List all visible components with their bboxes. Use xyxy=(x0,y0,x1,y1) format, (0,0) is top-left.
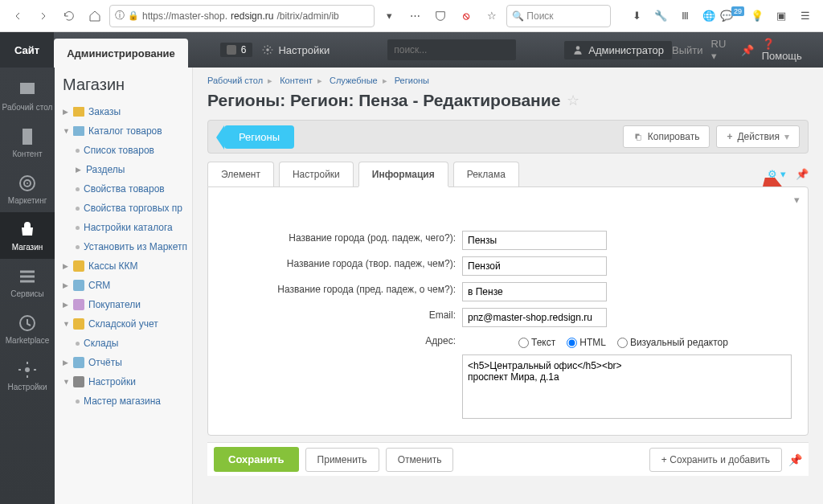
bookmark-star-icon[interactable]: ☆ xyxy=(481,5,503,27)
help-link[interactable]: ❓ Помощь xyxy=(762,38,813,62)
rail-shop[interactable]: Магазин xyxy=(0,212,55,259)
field-label: Email: xyxy=(224,305,462,330)
rail-label: Marketplace xyxy=(6,336,49,345)
city-genitive-input[interactable] xyxy=(462,231,607,250)
nav-fwd[interactable] xyxy=(32,5,55,27)
url-post: /bitrix/admin/ib xyxy=(276,10,338,22)
rail-settings[interactable]: Настройки xyxy=(0,352,55,399)
tree-item[interactable]: ▶Покупатели xyxy=(63,295,192,314)
page-title: Регионы: Регион: Пенза - Редактирование xyxy=(207,91,560,110)
plus-icon: + xyxy=(727,131,732,142)
breadcrumb: Рабочий стол▸ Контент▸ Служебные▸ Регион… xyxy=(193,68,823,91)
tree-item[interactable]: ▼Настройки xyxy=(63,372,192,391)
rail-marketplace[interactable]: Marketplace xyxy=(0,305,55,352)
nav-home[interactable] xyxy=(84,5,106,27)
tree-item[interactable]: Список товаров xyxy=(63,141,192,160)
rail-content[interactable]: Контент xyxy=(0,119,55,166)
rail-desktop[interactable]: Рабочий стол xyxy=(0,72,55,119)
tree-item[interactable]: ▶Отчёты xyxy=(63,353,192,372)
tree-item[interactable]: ▶Кассы ККМ xyxy=(63,256,192,276)
rail-label: Контент xyxy=(12,150,42,158)
download-icon[interactable]: ⬇ xyxy=(625,5,648,27)
tree-item[interactable]: Склады xyxy=(63,334,192,353)
save-button[interactable]: Сохранить xyxy=(214,447,299,472)
tree-item[interactable]: Настройки каталога xyxy=(63,218,192,237)
address-textarea[interactable]: <h5>Центральный офис</h5><br> проспект М… xyxy=(462,354,792,419)
pocket-icon[interactable] xyxy=(429,5,452,27)
save-add-label: Сохранить и добавить xyxy=(669,454,770,465)
field-label: Адрес: xyxy=(224,330,462,424)
cancel-button[interactable]: Отменить xyxy=(386,448,454,472)
tree-item[interactable]: ▼Каталог товаров xyxy=(63,121,192,141)
tree-item[interactable]: Свойства товаров xyxy=(63,179,192,199)
favorite-star-icon[interactable]: ☆ xyxy=(567,92,579,109)
tree-item[interactable]: Свойства торговых пр xyxy=(63,199,192,218)
rail-services[interactable]: Сервисы xyxy=(0,259,55,305)
admin-search[interactable] xyxy=(387,39,516,60)
admin-tab[interactable]: Администрирование xyxy=(54,39,188,68)
tree-item[interactable]: Установить из Маркетп xyxy=(63,237,192,256)
save-add-button[interactable]: + Сохранить и добавить xyxy=(649,448,782,472)
bulb-icon[interactable]: 💡 xyxy=(746,5,768,27)
form-panel: ▾ Название города (род. падеж, чего?): Н… xyxy=(207,186,809,436)
crumb[interactable]: Контент xyxy=(280,76,313,85)
rail-label: Маркетинг xyxy=(8,196,47,205)
tab-settings[interactable]: Настройки xyxy=(279,162,354,186)
tab-ad[interactable]: Реклама xyxy=(453,162,519,186)
devtools-icon[interactable]: 🔧 xyxy=(649,5,672,27)
tab-settings-gear-icon[interactable]: ⚙ ▾ xyxy=(768,168,786,180)
tab-element[interactable]: Элемент xyxy=(207,162,274,186)
tree-item[interactable]: ▶Заказы xyxy=(63,102,192,121)
rail-marketing[interactable]: Маркетинг xyxy=(0,166,55,212)
radio-html[interactable]: HTML xyxy=(567,337,606,348)
menu-icon[interactable]: ☰ xyxy=(794,5,817,27)
footer-pin-icon[interactable]: 📌 xyxy=(788,453,802,466)
crumb[interactable]: Регионы xyxy=(395,76,429,85)
city-prepositional-input[interactable] xyxy=(462,282,607,301)
pin-icon[interactable]: 📌 xyxy=(741,44,754,56)
msg-badge: 29 xyxy=(731,6,744,16)
tree-item[interactable]: Мастер магазина xyxy=(63,391,192,411)
notif-icon xyxy=(227,45,236,55)
tree-item[interactable]: ▼Складской учет xyxy=(63,314,192,334)
user-menu[interactable]: Администратор xyxy=(564,41,672,59)
radio-visual[interactable]: Визуальный редактор xyxy=(617,337,728,348)
nav-reload[interactable] xyxy=(58,5,80,27)
tree-item[interactable]: ▶Разделы xyxy=(63,160,192,179)
search-icon: 🔍 xyxy=(512,10,524,22)
logout-link[interactable]: Выйти xyxy=(672,44,703,56)
field-label: Название города (пред. падеж, о чем?): xyxy=(224,279,462,305)
left-rail: Рабочий стол Контент Маркетинг Магазин С… xyxy=(0,68,55,504)
lang-toggle[interactable]: RU ▾ xyxy=(711,38,733,62)
back-to-list-button[interactable]: Регионы xyxy=(224,125,294,149)
apply-button[interactable]: Применить xyxy=(305,448,379,472)
actions-button[interactable]: +Действия▾ xyxy=(716,125,800,148)
crumb[interactable]: Рабочий стол xyxy=(207,76,263,85)
site-tab[interactable]: Сайт xyxy=(0,32,54,68)
url-pre: https://master-shop. xyxy=(142,10,227,22)
user-label: Администратор xyxy=(588,44,664,56)
crumb[interactable]: Служебные xyxy=(330,76,378,85)
settings-link[interactable]: Настройки xyxy=(252,32,339,68)
more-icon[interactable]: ⋯ xyxy=(403,5,426,27)
notif-badge[interactable]: 6 xyxy=(220,43,253,57)
search-placeholder: Поиск xyxy=(526,10,553,22)
globe-icon[interactable]: 🌐 xyxy=(698,5,720,27)
email-input[interactable] xyxy=(462,308,607,327)
collapse-icon[interactable]: ▾ xyxy=(794,194,800,206)
radio-text[interactable]: Текст xyxy=(518,337,555,348)
browser-search[interactable]: 🔍 Поиск xyxy=(506,5,611,27)
dropdown-icon[interactable]: ▾ xyxy=(378,5,400,27)
svg-point-0 xyxy=(267,48,270,51)
url-bar[interactable]: ⓘ 🔒 https://master-shop.redsign.ru/bitri… xyxy=(109,5,375,27)
tree-item[interactable]: ▶CRM xyxy=(63,276,192,295)
nav-back[interactable] xyxy=(6,5,29,27)
adblock-icon[interactable]: ⦸ xyxy=(455,5,477,27)
library-icon[interactable]: Ⅲ xyxy=(674,5,696,27)
copy-button[interactable]: Копировать xyxy=(623,125,710,148)
tab-pin-icon[interactable]: 📌 xyxy=(796,168,809,180)
tab-info[interactable]: Информация xyxy=(358,162,448,186)
city-instrumental-input[interactable] xyxy=(462,256,607,276)
sidebar-icon[interactable]: ▣ xyxy=(770,5,792,27)
msg-icon[interactable]: 💬29 xyxy=(722,5,744,27)
